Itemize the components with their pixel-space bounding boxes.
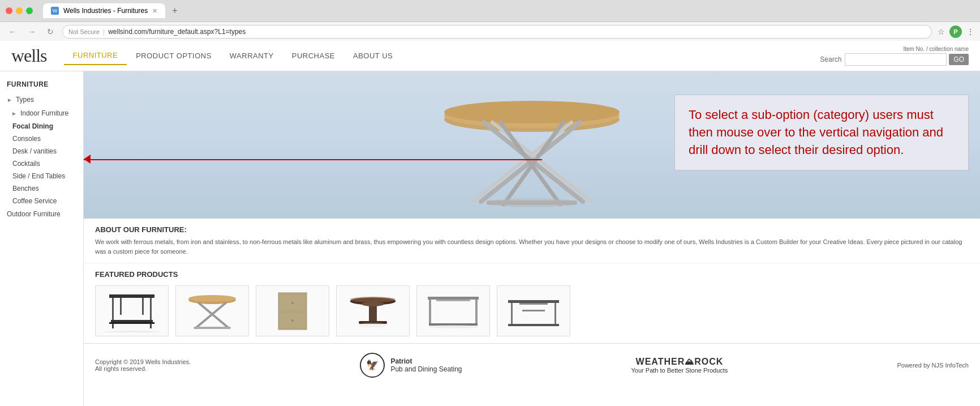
search-row: Search GO [820, 53, 969, 66]
products-row [95, 285, 969, 336]
svg-point-30 [291, 319, 294, 322]
search-input[interactable] [845, 53, 947, 66]
svg-rect-47 [522, 310, 545, 311]
annotation-box: To select a sub-option (category) users … [674, 95, 969, 170]
close-window-btn[interactable] [6, 7, 12, 14]
svg-point-36 [359, 323, 387, 327]
patriot-label: Patriot [390, 357, 462, 365]
maximize-window-btn[interactable] [26, 7, 33, 14]
nav-product-options[interactable]: PRODUCT OPTIONS [127, 47, 221, 65]
svg-rect-14 [120, 298, 122, 315]
svg-rect-16 [111, 320, 153, 322]
window-controls [6, 7, 33, 14]
browser-tab[interactable]: W Wells Industries - Furnitures ✕ [43, 3, 165, 18]
patriot-emblem-icon: 🦅 [360, 353, 385, 378]
svg-point-34 [362, 302, 384, 306]
product-card-5[interactable] [416, 285, 490, 336]
product-img-4 [342, 290, 404, 332]
svg-line-23 [195, 302, 226, 328]
product-card-4[interactable] [336, 285, 410, 336]
sidebar-title: FURNITURE [0, 78, 83, 93]
annotation-arrow-head [84, 155, 91, 164]
sidebar-item-outdoor-furniture[interactable]: Outdoor Furniture [0, 207, 83, 221]
about-section: ABOUT OUR FURNITURE: We work with ferrou… [84, 219, 980, 263]
sidebar-item-types[interactable]: ► Types [0, 93, 83, 106]
sidebar-item-coffee-service[interactable]: Coffee Service [0, 195, 83, 207]
sidebar-item-consoles[interactable]: Consoles [0, 133, 83, 145]
site-logo[interactable]: wells [11, 45, 47, 66]
sidebar-item-desk-vanities[interactable]: Desk / vanities [0, 145, 83, 157]
svg-line-24 [198, 302, 229, 328]
forward-button[interactable]: → [25, 26, 38, 37]
product-img-6 [502, 290, 565, 332]
nav-purchase[interactable]: PURCHASE [283, 47, 344, 65]
tab-favicon: W [51, 7, 59, 15]
search-area: Item No. / collection name Search GO [820, 46, 969, 66]
svg-point-22 [188, 295, 236, 302]
svg-rect-13 [150, 298, 152, 320]
about-text: We work with ferrous metals, from iron a… [95, 237, 969, 256]
furniture-hero-svg [413, 71, 651, 219]
product-card-2[interactable] [175, 285, 249, 336]
svg-rect-39 [475, 300, 478, 325]
menu-icon[interactable]: ⋮ [966, 27, 974, 36]
tab-title: Wells Industries - Furnitures [63, 7, 148, 15]
svg-rect-48 [508, 324, 559, 326]
footer-copyright: Copyright © 2019 Wells Industries. All r… [95, 358, 191, 372]
annotation-arrow-line [84, 159, 542, 160]
svg-line-7 [504, 122, 563, 204]
svg-rect-46 [519, 303, 548, 305]
nav-furniture[interactable]: FURNITURE [64, 46, 127, 65]
address-bar[interactable]: Not Secure | wellsind.com/furniture_defa… [62, 25, 932, 39]
profile-avatar[interactable]: P [949, 25, 962, 38]
sidebar-item-side-end-tables[interactable]: Side / End Tables [0, 170, 83, 182]
about-title: ABOUT OUR FURNITURE: [95, 225, 969, 234]
product-img-1 [101, 290, 163, 332]
svg-point-32 [350, 297, 396, 302]
svg-rect-19 [150, 324, 152, 328]
sidebar-item-cocktails[interactable]: Cocktails [0, 157, 83, 170]
browser-titlebar: W Wells Industries - Furnitures ✕ + [0, 0, 980, 22]
svg-rect-45 [555, 303, 556, 326]
svg-rect-37 [428, 297, 479, 300]
svg-rect-38 [429, 300, 431, 325]
bookmark-icon[interactable]: ☆ [938, 27, 945, 36]
product-card-6[interactable] [497, 285, 570, 336]
sidebar-item-benches[interactable]: Benches [0, 182, 83, 195]
product-img-2 [181, 290, 243, 332]
product-card-3[interactable] [256, 285, 329, 336]
product-img-3 [261, 290, 324, 332]
security-indicator: Not Secure [68, 28, 100, 35]
product-img-5 [422, 290, 484, 332]
svg-point-20 [104, 331, 160, 332]
weather-rock-label: WEATHER⛰ROCK [631, 357, 728, 367]
reload-button[interactable]: ↻ [44, 26, 57, 37]
svg-rect-43 [508, 300, 559, 303]
chevron-right-icon: ► [11, 110, 17, 117]
minimize-window-btn[interactable] [16, 7, 23, 14]
search-button[interactable]: GO [949, 54, 969, 65]
tab-close-icon[interactable]: ✕ [152, 7, 157, 15]
main-nav: FURNITURE PRODUCT OPTIONS WARRANTY PURCH… [64, 46, 820, 65]
browser-toolbar: ← → ↻ Not Secure | wellsind.com/furnitur… [0, 22, 980, 41]
svg-rect-11 [109, 294, 154, 298]
svg-rect-10 [487, 200, 577, 205]
annotation-text: To select a sub-option (category) users … [689, 108, 943, 157]
sidebar-item-focal-dining[interactable]: Focal Dining [0, 120, 83, 133]
svg-point-2 [444, 101, 620, 123]
svg-rect-15 [142, 298, 144, 315]
nav-about-us[interactable]: ABOUT US [344, 47, 402, 65]
featured-section: FEATURED PRODUCTS [84, 263, 980, 343]
back-button[interactable]: ← [6, 26, 19, 37]
svg-rect-40 [436, 300, 470, 301]
search-label: Item No. / collection name [903, 46, 969, 52]
svg-rect-17 [109, 322, 154, 324]
new-tab-button[interactable]: + [172, 6, 177, 16]
svg-line-8 [501, 122, 560, 204]
svg-point-42 [428, 325, 479, 328]
site-header: wells FURNITURE PRODUCT OPTIONS WARRANTY… [0, 41, 980, 71]
nav-warranty[interactable]: WARRANTY [221, 47, 283, 65]
footer-patriot-logo: 🦅 Patriot Pub and Dining Seating [360, 353, 462, 378]
sidebar-item-indoor-furniture[interactable]: ► Indoor Furniture [0, 106, 83, 120]
product-card-1[interactable] [95, 285, 169, 336]
